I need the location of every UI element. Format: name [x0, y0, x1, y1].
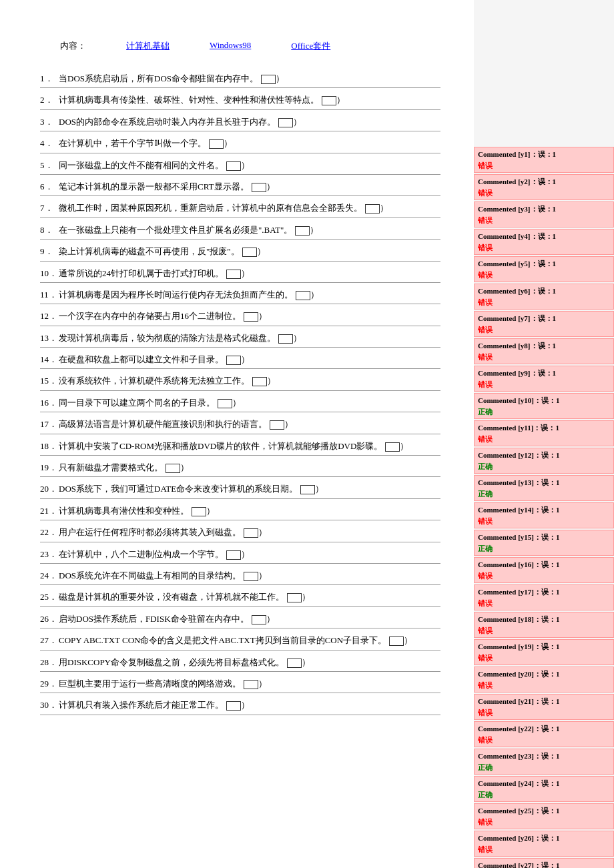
comment-block: Commented [y17]：误：1 错误	[474, 584, 614, 610]
question-item: 4． 在计算机中，若干个字节叫做一个字。）	[40, 135, 440, 153]
answer-bracket[interactable]	[244, 528, 258, 538]
comment-result: 错误	[478, 517, 493, 525]
comment-block: Commented [y9]：误：1 错误	[474, 366, 614, 392]
comment-result: 错误	[478, 845, 493, 853]
nav-link-windows[interactable]: Windows98	[210, 40, 251, 52]
answer-bracket[interactable]	[365, 204, 380, 213]
question-number: 15．	[40, 373, 59, 388]
answer-bracket[interactable]	[218, 399, 232, 408]
answer-bracket[interactable]	[226, 161, 241, 171]
main-content: 内容： 计算机基础 Windows98 Office套件 1． 当DOS系统启动…	[0, 0, 474, 868]
question-number: 11．	[40, 287, 59, 302]
comment-block: Commented [y10]：误：1 正确	[474, 393, 614, 419]
question-text: 在计算机中，若干个字节叫做一个字。）	[59, 135, 440, 151]
answer-bracket[interactable]	[278, 334, 293, 344]
comment-title: Commented [y4]：误：1	[478, 232, 556, 240]
answer-bracket[interactable]	[192, 507, 206, 516]
question-text: 巨型机主要用于运行一些高清晰度的网络游戏。）	[59, 676, 440, 691]
answer-bracket[interactable]	[226, 550, 241, 560]
comment-title: Commented [y8]：误：1	[478, 342, 556, 350]
question-item: 17． 高级算法语言是计算机硬件能直接识别和执行的语言。）	[40, 416, 440, 434]
question-text: 计算机病毒是因为程序长时间运行使内存无法负担而产生的。）	[59, 287, 440, 302]
comment-title: Commented [y14]：误：1	[478, 506, 560, 514]
question-item: 1． 当DOS系统启动后，所有DOS命令都驻留在内存中。）	[40, 71, 440, 88]
comment-title: Commented [y7]：误：1	[478, 314, 556, 322]
question-number: 13．	[40, 330, 59, 346]
comment-title: Commented [y22]：误：1	[478, 725, 560, 733]
question-text: 发现计算机病毒后，较为彻底的清除方法是格式化磁盘。）	[59, 330, 440, 346]
question-text: 同一张磁盘上的文件不能有相同的文件名。）	[59, 157, 440, 173]
question-number: 10．	[40, 266, 59, 281]
answer-bracket[interactable]	[322, 96, 336, 105]
answer-bracket[interactable]	[244, 312, 258, 322]
question-item: 29． 巨型机主要用于运行一些高清晰度的网络游戏。）	[40, 676, 440, 693]
answer-bracket[interactable]	[278, 118, 293, 127]
answer-bracket[interactable]	[296, 291, 310, 300]
comment-block: Commented [y7]：误：1 错误	[474, 311, 614, 337]
comment-title: Commented [y23]：误：1	[478, 752, 560, 760]
comment-result: 错误	[478, 189, 493, 197]
question-item: 21． 计算机病毒具有潜伏性和变种性。）	[40, 503, 440, 520]
comment-block: Commented [y8]：误：1 错误	[474, 338, 614, 364]
question-item: 20． DOS系统下，我们可通过DATE命令来改变计算机的系统日期。）	[40, 481, 440, 498]
question-text: 计算机病毒具有传染性、破坏性、针对性、变种性和潜伏性等特点。）	[59, 92, 440, 107]
question-number: 27．	[40, 632, 59, 648]
question-number: 1．	[40, 71, 59, 86]
nav-link-basics[interactable]: 计算机基础	[126, 40, 170, 52]
comment-title: Commented [y16]：误：1	[478, 560, 560, 568]
answer-bracket[interactable]	[252, 377, 267, 386]
comment-result: 正确	[478, 490, 493, 498]
question-number: 5．	[40, 157, 59, 173]
question-item: 8． 在一张磁盘上只能有一个批处理文件且扩展名必须是".BAT"。）	[40, 222, 440, 240]
answer-bracket[interactable]	[242, 248, 257, 257]
comment-block: Commented [y20]：误：1 错误	[474, 667, 614, 693]
comment-block: Commented [y19]：误：1 错误	[474, 639, 614, 665]
question-item: 19． 只有新磁盘才需要格式化。）	[40, 460, 440, 477]
question-item: 15． 没有系统软件，计算机硬件系统将无法独立工作。）	[40, 373, 440, 390]
comment-result: 错误	[478, 709, 493, 717]
answer-bracket[interactable]	[209, 139, 224, 149]
comment-title: Commented [y15]：误：1	[478, 533, 560, 541]
answer-bracket[interactable]	[385, 442, 400, 452]
answer-bracket[interactable]	[244, 680, 258, 689]
answer-bracket[interactable]	[287, 659, 302, 668]
comment-result: 正确	[478, 408, 493, 416]
answer-bracket[interactable]	[252, 183, 266, 192]
comment-result: 错误	[478, 736, 493, 744]
comment-result: 错误	[478, 380, 493, 388]
question-item: 11． 计算机病毒是因为程序长时间运行使内存无法负担而产生的。）	[40, 287, 440, 304]
answer-bracket[interactable]	[261, 75, 276, 84]
answer-bracket[interactable]	[226, 701, 241, 711]
comment-block: Commented [y11]：误：1 错误	[474, 420, 614, 446]
answer-bracket[interactable]	[226, 270, 241, 279]
answer-bracket[interactable]	[295, 226, 310, 236]
question-number: 29．	[40, 676, 59, 691]
answer-bracket[interactable]	[166, 464, 180, 473]
comment-result: 错误	[478, 353, 493, 361]
question-text: 笔记本计算机的显示器一般都不采用CRT显示器。）	[59, 179, 440, 194]
answer-bracket[interactable]	[244, 572, 258, 581]
comment-title: Commented [y10]：误：1	[478, 396, 560, 404]
answer-bracket[interactable]	[300, 485, 315, 494]
comment-result: 错误	[478, 271, 493, 279]
question-number: 24．	[40, 568, 59, 583]
comment-block: Commented [y2]：误：1 错误	[474, 174, 614, 200]
comment-result: 错误	[478, 818, 493, 826]
comment-result: 错误	[478, 599, 493, 607]
question-number: 26．	[40, 611, 59, 626]
answer-bracket[interactable]	[287, 593, 302, 602]
question-item: 14． 在硬盘和软盘上都可以建立文件和子目录。）	[40, 352, 440, 369]
nav-label: 内容：	[60, 40, 86, 52]
nav-link-office[interactable]: Office套件	[291, 40, 330, 52]
comment-result: 错误	[478, 681, 493, 689]
comment-block: Commented [y25]：误：1 错误	[474, 803, 614, 829]
answer-bracket[interactable]	[389, 636, 404, 646]
comment-result: 错误	[478, 298, 493, 306]
answer-bracket[interactable]	[226, 356, 241, 365]
question-number: 2．	[40, 92, 59, 107]
answer-bracket[interactable]	[252, 615, 266, 624]
question-number: 9．	[40, 244, 59, 259]
answer-bracket[interactable]	[270, 420, 284, 430]
comment-result: 正确	[478, 763, 493, 771]
question-number: 3．	[40, 114, 59, 129]
